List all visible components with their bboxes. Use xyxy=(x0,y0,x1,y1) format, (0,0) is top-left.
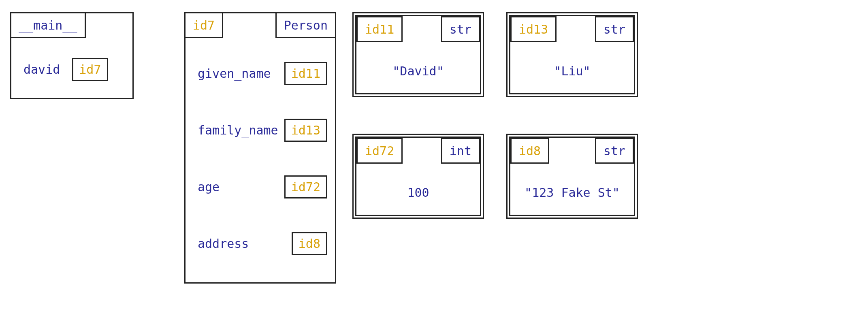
variable-name: david xyxy=(23,62,60,77)
object-value: 100 xyxy=(354,186,483,200)
object-id: id72 xyxy=(356,138,403,164)
object-type: Person xyxy=(275,12,336,38)
attr-name: address xyxy=(198,237,249,251)
object-id: id8 xyxy=(510,138,549,164)
object-id: id11 xyxy=(356,16,403,42)
memory-diagram: __main__ david id7 id7 Person given_name… xyxy=(0,0,868,335)
object-address: id8 str "123 Fake St" xyxy=(506,134,638,219)
object-value: "David" xyxy=(354,64,483,78)
object-family-name: id13 str "Liu" xyxy=(506,12,638,97)
object-id: id7 xyxy=(184,12,223,38)
object-type: str xyxy=(441,16,480,42)
object-type: str xyxy=(595,16,634,42)
frame-title: __main__ xyxy=(10,12,86,38)
object-given-name: id11 str "David" xyxy=(352,12,484,97)
object-type: int xyxy=(441,138,480,164)
attr-name: family_name xyxy=(198,123,278,137)
object-value: "123 Fake St" xyxy=(508,186,637,200)
object-person: id7 Person given_name id11 family_name i… xyxy=(184,12,336,284)
attr-ref: id72 xyxy=(284,175,327,198)
object-id: id13 xyxy=(510,16,557,42)
attr-ref: id8 xyxy=(292,232,327,255)
object-age: id72 int 100 xyxy=(352,134,484,219)
variable-ref: id7 xyxy=(72,58,108,81)
frame-main: __main__ david id7 xyxy=(10,12,134,99)
attr-name: age xyxy=(198,180,220,194)
attr-name: given_name xyxy=(198,66,271,81)
attr-ref: id13 xyxy=(284,119,327,142)
attr-ref: id11 xyxy=(284,62,327,85)
object-value: "Liu" xyxy=(508,64,637,78)
object-type: str xyxy=(595,138,634,164)
